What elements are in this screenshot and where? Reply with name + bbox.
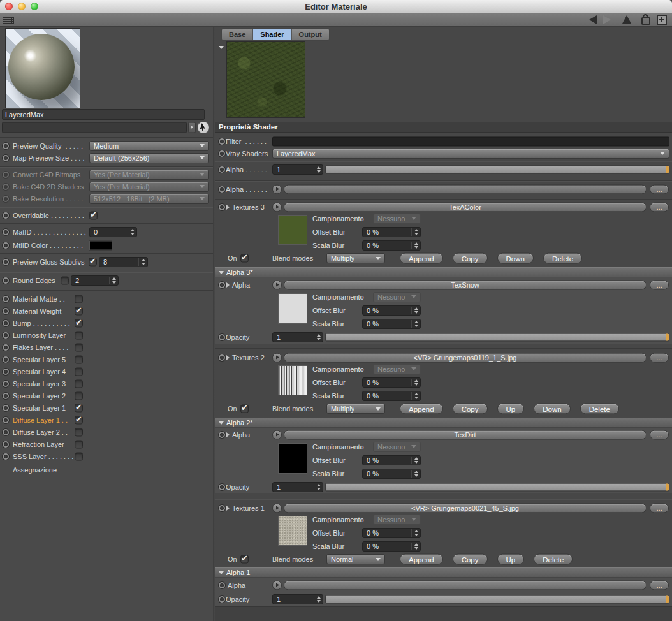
textures2-texture-field[interactable]: <VR> Grungemaps0119_1_S.jpg (284, 353, 646, 362)
gloss-subdivs-checkbox[interactable] (89, 258, 97, 267)
alpha3-menu-button[interactable] (272, 280, 282, 289)
spinner-arrows-icon[interactable] (411, 470, 420, 478)
alpha-texture-radio[interactable] (219, 186, 225, 193)
textures3-texture-field[interactable]: TexAColor (284, 202, 646, 212)
textures2-radio[interactable] (219, 354, 225, 361)
spinner-arrows-icon[interactable] (314, 595, 323, 603)
copy-button[interactable]: Copy (453, 554, 488, 565)
shader-texture-preview[interactable] (226, 41, 305, 118)
spinner-arrows-icon[interactable] (411, 457, 420, 464)
new-window-icon[interactable] (657, 15, 667, 25)
filter-radio[interactable] (219, 138, 225, 145)
layer-radio[interactable] (3, 344, 9, 351)
offset-blur-spinner[interactable]: 0 % (362, 455, 421, 465)
alpha-texture-menu-button[interactable] (272, 184, 282, 194)
map-preview-size-radio[interactable] (3, 155, 9, 161)
preview-quality-dropdown[interactable]: Medium (89, 141, 209, 151)
preview-quality-radio[interactable] (3, 143, 9, 149)
layer-checkbox-specular1[interactable] (75, 404, 83, 412)
alpha2-section-header[interactable]: Alpha 2* (215, 418, 672, 428)
vray-shaders-dropdown[interactable]: LayeredMax (272, 149, 669, 159)
layer-radio[interactable] (3, 429, 9, 435)
alpha3-texture-field[interactable]: TexSnow (284, 280, 646, 289)
matid-spinner[interactable]: 0 (89, 227, 137, 237)
delete-button[interactable]: Delete (580, 404, 619, 414)
spinner-arrows-icon[interactable] (314, 483, 323, 491)
lock-icon[interactable] (641, 17, 650, 25)
layer-checkbox-specular4[interactable] (75, 367, 83, 376)
layer-radio[interactable] (3, 308, 9, 314)
expand-icon[interactable] (226, 506, 230, 511)
spinner-arrows-icon[interactable] (109, 277, 118, 284)
delete-button[interactable]: Delete (534, 554, 573, 565)
alpha3-radio[interactable] (219, 282, 225, 288)
alpha3-browse-button[interactable]: ... (650, 280, 669, 289)
alpha3-opacity-slider[interactable] (325, 333, 669, 342)
pick-object-button[interactable] (197, 121, 210, 134)
textures1-radio[interactable] (219, 505, 225, 511)
spinner-arrows-icon[interactable] (411, 529, 420, 537)
textures3-on-checkbox[interactable] (240, 254, 249, 263)
alpha-texture-browse-button[interactable]: ... (650, 184, 669, 194)
layer-radio[interactable] (3, 332, 9, 339)
copy-button[interactable]: Copy (453, 253, 488, 264)
mtlid-color-radio[interactable] (3, 242, 9, 249)
layer-checkbox-diffuse2[interactable] (75, 428, 83, 436)
overridable-checkbox[interactable] (89, 211, 98, 219)
alpha1-opacity-slider[interactable] (325, 595, 669, 604)
textures1-menu-button[interactable] (272, 503, 282, 513)
scala-blur-spinner[interactable]: 0 % (362, 469, 421, 479)
alpha3-section-header[interactable]: Alpha 3* (215, 267, 672, 277)
alpha2-opacity-radio[interactable] (219, 484, 225, 490)
spinner-arrows-icon[interactable] (138, 258, 147, 266)
expand-icon[interactable] (226, 282, 230, 288)
gloss-subdivs-spinner[interactable]: 8 (99, 257, 148, 267)
search-input[interactable] (2, 122, 187, 133)
spinner-arrows-icon[interactable] (411, 307, 420, 314)
alpha1-opacity-radio[interactable] (219, 596, 225, 603)
textures2-on-checkbox[interactable] (240, 405, 249, 413)
layer-checkbox-specular2[interactable] (75, 391, 83, 400)
layer-radio[interactable] (3, 393, 9, 399)
tab-base[interactable]: Base (222, 29, 253, 40)
round-edges-radio[interactable] (3, 277, 9, 284)
material-name-input[interactable] (2, 109, 205, 120)
alpha2-menu-button[interactable] (272, 430, 282, 439)
alpha2-browse-button[interactable]: ... (650, 430, 669, 439)
scala-blur-spinner[interactable]: 0 % (362, 391, 421, 401)
layer-checkbox-material-matte[interactable] (75, 295, 83, 303)
spinner-arrows-icon[interactable] (411, 242, 420, 249)
layer-checkbox-flakes[interactable] (75, 343, 83, 351)
tab-shader[interactable]: Shader (253, 29, 291, 40)
alpha2-texture-field[interactable]: TexDirt (284, 430, 646, 439)
assegnazione-label[interactable]: Assegnazione (13, 466, 57, 474)
layer-checkbox-specular5[interactable] (75, 355, 83, 363)
matid-radio[interactable] (3, 229, 9, 235)
vray-shaders-radio[interactable] (219, 150, 225, 157)
scala-blur-spinner[interactable]: 0 % (362, 240, 421, 251)
layer-radio[interactable] (3, 369, 9, 375)
alpha-radio[interactable] (219, 166, 225, 173)
alpha2-opacity-spinner[interactable]: 1 (272, 482, 323, 492)
layer-checkbox-bump[interactable] (75, 319, 83, 327)
expand-icon[interactable] (226, 432, 230, 437)
spinner-arrows-icon[interactable] (411, 379, 420, 386)
spinner-arrows-icon[interactable] (411, 543, 420, 550)
layer-checkbox-diffuse1[interactable] (75, 416, 83, 424)
layer-radio[interactable] (3, 441, 9, 448)
alpha3-opacity-spinner[interactable]: 1 (272, 332, 323, 342)
offset-blur-spinner[interactable]: 0 % (362, 305, 421, 316)
expand-icon[interactable] (226, 355, 230, 360)
filter-input[interactable] (272, 136, 669, 146)
layer-radio[interactable] (3, 381, 9, 387)
alpha2-opacity-slider[interactable] (325, 483, 669, 492)
grip-icon[interactable] (3, 17, 14, 24)
delete-button[interactable]: Delete (543, 253, 582, 264)
layer-radio[interactable] (3, 320, 9, 326)
up-arrow-icon[interactable] (622, 15, 631, 24)
spinner-arrows-icon[interactable] (314, 333, 323, 341)
search-expand-button[interactable] (188, 122, 196, 133)
map-preview-size-dropdown[interactable]: Default (256x256) (89, 153, 209, 163)
down-button[interactable]: Down (534, 404, 570, 414)
textures2-browse-button[interactable]: ... (650, 353, 669, 362)
